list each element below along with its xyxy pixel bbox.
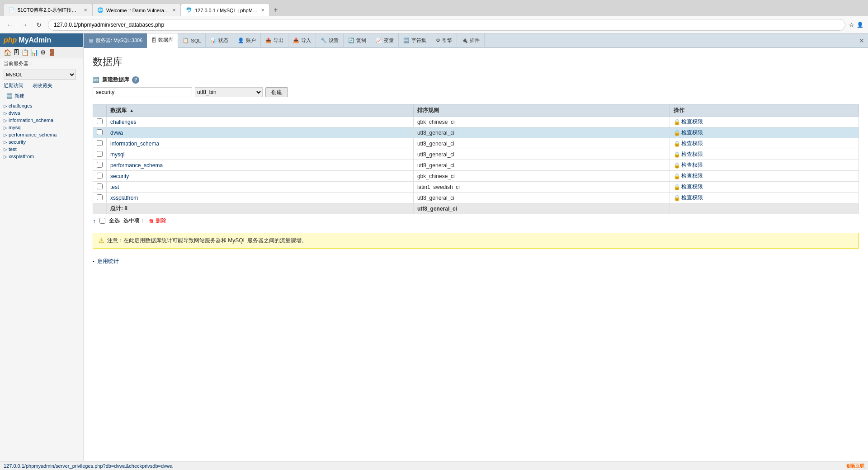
status-icon[interactable]: 📊	[31, 49, 38, 56]
table-header-db[interactable]: 数据库 ▲	[107, 105, 414, 117]
new-tab-button[interactable]: +	[269, 4, 282, 16]
tab-export[interactable]: 📤 导出	[261, 33, 288, 48]
row-check-4	[93, 160, 107, 171]
row-dbname-link-1[interactable]: dvwa	[110, 130, 123, 136]
row-action-link-3[interactable]: 🔒 检查权限	[674, 150, 703, 158]
row-action-link-7[interactable]: 🔒 检查权限	[674, 194, 703, 202]
sidebar-item-security[interactable]: ▷ security	[0, 138, 83, 146]
tab-variables[interactable]: 📈 变量	[371, 33, 399, 48]
row-action-link-0[interactable]: 🔒 检查权限	[674, 118, 703, 126]
help-icon[interactable]: ?	[132, 76, 139, 84]
row-dbname-link-5[interactable]: security	[110, 173, 129, 179]
table-header-actions: 操作	[670, 105, 859, 117]
row-check-3	[93, 149, 107, 160]
databases-table: 数据库 ▲ 排序规则 操作	[93, 104, 859, 214]
server-select[interactable]: MySQL	[4, 70, 76, 80]
tab-import[interactable]: 📥 导入	[288, 33, 316, 48]
row-checkbox-7[interactable]	[97, 194, 103, 200]
tab-2[interactable]: 🌐 Welcome :: Damn Vulnerable... ✕	[92, 4, 181, 16]
create-new-button[interactable]: 🆕 新建	[0, 91, 83, 101]
row-checkbox-2[interactable]	[97, 140, 103, 146]
row-action-3: 🔒 检查权限	[670, 149, 859, 160]
forward-button[interactable]: →	[19, 19, 30, 30]
row-checkbox-6[interactable]	[97, 183, 103, 189]
select-all-checkbox[interactable]	[99, 218, 105, 224]
tab-plugins[interactable]: 🔌 插件	[457, 33, 485, 48]
db-tree-icon-is: ▷	[4, 118, 7, 123]
row-checkbox-4[interactable]	[97, 162, 103, 168]
tab-1-close[interactable]: ✕	[84, 8, 87, 13]
row-action-link-2[interactable]: 🔒 检查权限	[674, 140, 703, 147]
table-row: mysql utf8_general_ci 🔒 检查权限	[93, 149, 859, 160]
create-db-button[interactable]: 创建	[265, 87, 288, 97]
delete-button[interactable]: 🗑 删除	[149, 217, 166, 225]
bookmark-icon[interactable]: ☆	[849, 22, 854, 28]
tab-sql[interactable]: 📋 SQL	[178, 33, 206, 48]
db-icon[interactable]: 🗄	[13, 49, 19, 56]
row-dbname-4: performance_schema	[107, 160, 414, 171]
row-collation-4: utf8_general_ci	[413, 160, 670, 171]
sidebar-item-challenges[interactable]: ▷ challenges	[0, 102, 83, 109]
tab-accounts[interactable]: 👤 账户	[233, 33, 261, 48]
total-collation: utf8_general_ci	[413, 203, 670, 214]
tab-status[interactable]: 📊 状态	[206, 33, 233, 48]
table-total-row: 总计: 8 utf8_general_ci	[93, 203, 859, 214]
logout-icon[interactable]: 🚪	[48, 49, 56, 56]
reload-button[interactable]: ↻	[33, 19, 44, 30]
sql-icon[interactable]: 📋	[21, 49, 29, 56]
row-action-link-5[interactable]: 🔒 检查权限	[674, 172, 703, 180]
tab-engines[interactable]: ⚙ 引擎	[431, 33, 457, 48]
row-dbname-link-0[interactable]: challenges	[110, 119, 136, 125]
favorites-link[interactable]: 表收藏夹	[33, 82, 52, 89]
row-checkbox-5[interactable]	[97, 173, 103, 179]
user-icon[interactable]: 👤	[857, 22, 863, 28]
page-content: 数据库 🆕 新建数据库 ? utf8_bin 创建	[84, 48, 868, 461]
row-dbname-link-3[interactable]: mysql	[110, 151, 124, 158]
enable-stats-link[interactable]: 启用统计	[97, 258, 119, 265]
tab-replication[interactable]: 🔄 复制	[344, 33, 371, 48]
delete-label: 删除	[156, 217, 166, 225]
tab-2-close[interactable]: ✕	[172, 8, 176, 13]
settings-icon[interactable]: ⚙	[40, 49, 46, 56]
tab-charset[interactable]: 🔤 字符集	[399, 33, 431, 48]
tab-1[interactable]: 📄 51CTO博客2.0-原创IT技术文章... ✕	[4, 4, 92, 16]
sidebar-item-xssplatfrom[interactable]: ▷ xssplatfrom	[0, 153, 83, 160]
row-action-link-6[interactable]: 🔒 检查权限	[674, 183, 703, 191]
tab-replication-icon: 🔄	[348, 38, 354, 43]
tab-3[interactable]: 🐬 127.0.0.1 / MySQL | phpMyAd... ✕	[181, 4, 269, 16]
db-name-input[interactable]	[93, 87, 192, 97]
sidebar-item-performance-schema[interactable]: ▷ performance_schema	[0, 131, 83, 138]
row-dbname-link-2[interactable]: information_schema	[110, 141, 159, 147]
sidebar-item-mysql[interactable]: ▷ mysql	[0, 124, 83, 131]
row-dbname-link-4[interactable]: performance_schema	[110, 162, 163, 169]
close-main-button[interactable]: ✕	[855, 33, 868, 48]
row-dbname-link-7[interactable]: xssplatfrom	[110, 195, 138, 201]
tab-databases[interactable]: 🗄 数据库	[147, 33, 178, 48]
tab-3-close[interactable]: ✕	[261, 8, 264, 13]
url-input[interactable]	[48, 19, 845, 31]
sidebar-item-dvwa[interactable]: ▷ dvwa	[0, 109, 83, 117]
tab-settings[interactable]: 🔧 设置	[316, 33, 344, 48]
back-button[interactable]: ←	[5, 19, 15, 30]
row-action-2: 🔒 检查权限	[670, 138, 859, 149]
action-icon-7: 🔒	[674, 195, 680, 201]
collation-select[interactable]: utf8_bin	[195, 87, 263, 97]
recent-link[interactable]: 近期访问	[4, 82, 24, 89]
tab-status-label: 状态	[218, 37, 228, 44]
sidebar-item-test[interactable]: ▷ test	[0, 146, 83, 153]
create-db-text: 新建数据库	[102, 76, 129, 84]
row-action-link-1[interactable]: 🔒 检查权限	[674, 129, 703, 136]
select-all-label: 全选	[109, 217, 120, 225]
tab-plugins-label: 插件	[470, 37, 480, 44]
row-checkbox-1[interactable]	[97, 129, 103, 135]
row-check-7	[93, 193, 107, 203]
home-icon[interactable]: 🏠	[4, 49, 11, 56]
row-checkbox-0[interactable]	[97, 118, 103, 124]
scroll-up-icon[interactable]: ↑	[93, 217, 96, 225]
row-checkbox-3[interactable]	[97, 151, 103, 157]
sidebar-item-information-schema[interactable]: ▷ information_schema	[0, 117, 83, 124]
row-dbname-link-6[interactable]: test	[110, 184, 119, 190]
table-row: performance_schema utf8_general_ci 🔒 检查权…	[93, 160, 859, 171]
col-db-label: 数据库	[110, 107, 127, 113]
row-action-link-4[interactable]: 🔒 检查权限	[674, 161, 703, 169]
